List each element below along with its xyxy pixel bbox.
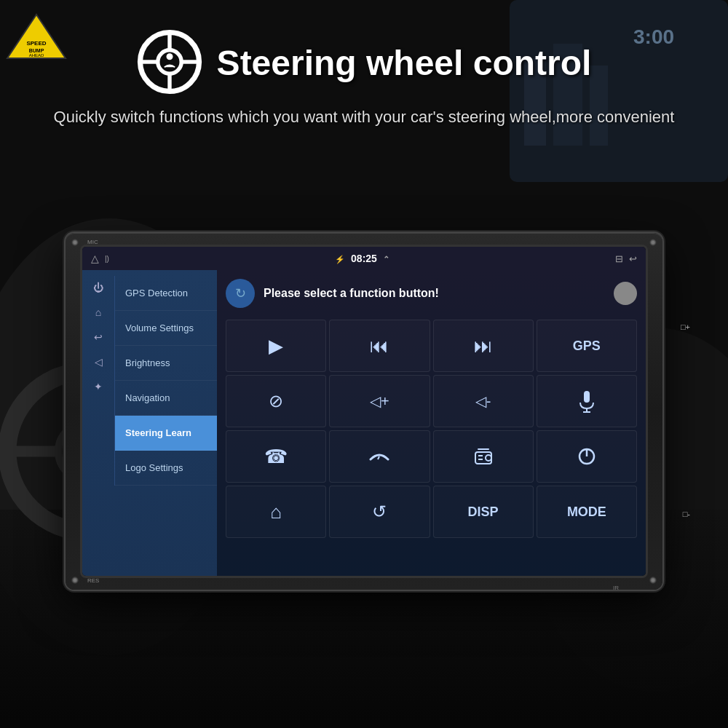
home-func-icon: ⌂ — [270, 501, 282, 523]
sidebar-menu: ⏻ ⌂ ↩ ◁ ✦ GPS Detection Volume Settings … — [82, 270, 217, 576]
header-subtitle: Quickly switch functions which you want … — [10, 105, 719, 143]
vol-up-icon: ◁+ — [370, 392, 389, 410]
sidebar-with-icons: ⏻ ⌂ ↩ ◁ ✦ GPS Detection Volume Settings … — [82, 276, 217, 486]
steering-wheel-icon — [137, 29, 202, 98]
header-content: Steering wheel control — [108, 15, 621, 105]
func-back[interactable]: ↺ — [329, 486, 430, 538]
screen-frame: △ |) ⚡ 08:25 ⌃ ⊟ ↩ — [80, 245, 648, 578]
func-gps[interactable]: GPS — [537, 320, 637, 372]
left-icon-bar: ⏻ ⌂ ↩ ◁ ✦ — [82, 276, 115, 486]
play-icon: ▶ — [269, 335, 283, 357]
call-end-icon — [368, 448, 391, 465]
mic-svg-icon — [577, 389, 597, 413]
expand-icon: ⌃ — [383, 255, 389, 264]
main-function-panel: ↻ Please select a function button! ▶ ⏮ — [217, 270, 646, 576]
function-grid: ▶ ⏮ ⏭ GPS ⊘ — [226, 320, 637, 538]
top-section: Steering wheel control Quickly switch fu… — [0, 0, 728, 143]
func-phone[interactable]: ☎ — [226, 430, 326, 483]
svg-point-31 — [486, 455, 491, 461]
window-icon: ⊟ — [615, 253, 623, 264]
status-time: ⚡ 08:25 ⌃ — [335, 253, 389, 264]
func-mode[interactable]: MODE — [537, 486, 637, 538]
menu-item-navigation[interactable]: Navigation — [115, 381, 217, 416]
title-block: Steering wheel control — [217, 44, 592, 83]
function-prompt-text: Please select a function button! — [264, 287, 605, 300]
volume-plus-label: □+ — [681, 323, 690, 331]
time-display: 08:25 — [351, 253, 377, 264]
refresh-button[interactable]: ↻ — [226, 279, 255, 308]
back-func-icon: ↺ — [372, 502, 387, 522]
home-icon[interactable]: ⌂ — [95, 306, 101, 318]
screw-top-right — [649, 239, 657, 246]
func-vol-up[interactable]: ◁+ — [329, 375, 430, 427]
func-call-end[interactable] — [329, 430, 430, 483]
func-play[interactable]: ▶ — [226, 320, 326, 372]
menu-item-brightness[interactable]: Brightness — [115, 346, 217, 381]
prev-icon: ⏮ — [370, 335, 389, 357]
screw-top-left — [71, 239, 79, 246]
menu-item-logo-settings[interactable]: Logo Settings — [115, 451, 217, 486]
func-disp[interactable]: DISP — [433, 486, 534, 538]
radio-icon — [472, 446, 494, 467]
phone-icon: ☎ — [264, 446, 288, 468]
power-btn-icon — [577, 446, 597, 467]
func-power[interactable] — [537, 430, 637, 483]
power-icon[interactable]: ⏻ — [93, 282, 103, 293]
screw-bottom-right — [649, 577, 657, 584]
back-icon: ↩ — [629, 253, 637, 264]
svg-rect-30 — [475, 452, 491, 464]
screw-bottom-left — [71, 577, 79, 584]
next-icon: ⏭ — [474, 335, 493, 357]
mute-icon: ⊘ — [269, 391, 283, 411]
disp-label: DISP — [468, 505, 499, 520]
ir-label: IR — [613, 585, 619, 591]
menu-item-steering-learn[interactable]: Steering Learn — [115, 416, 217, 451]
menu-items: GPS Detection Volume Settings Brightness… — [115, 276, 217, 486]
home-indicator: △ — [91, 253, 99, 264]
unit-casing: MIC RES IR □+ □- △ |) ⚡ 08:25 ⌃ — [66, 233, 662, 590]
gray-circle-indicator — [614, 282, 637, 305]
menu-item-volume-settings[interactable]: Volume Settings — [115, 311, 217, 346]
func-mic[interactable] — [537, 375, 637, 427]
main-title: Steering wheel control — [217, 44, 592, 83]
svg-rect-26 — [584, 391, 590, 403]
status-right: ⊟ ↩ — [615, 253, 637, 264]
vol-down-icon: ◁- — [475, 392, 491, 410]
func-prev[interactable]: ⏮ — [329, 320, 430, 372]
func-next[interactable]: ⏭ — [433, 320, 534, 372]
back-btn-icon[interactable]: ↩ — [94, 331, 103, 343]
func-mute[interactable]: ⊘ — [226, 375, 326, 427]
gps-label: GPS — [573, 339, 601, 354]
func-vol-down[interactable]: ◁- — [433, 375, 534, 427]
back-arrow-icon[interactable]: ◁ — [95, 356, 103, 368]
volume-minus-label: □- — [683, 510, 690, 518]
mic-indicator: |) — [105, 255, 109, 263]
status-left: △ |) — [91, 253, 109, 264]
status-bar: △ |) ⚡ 08:25 ⌃ ⊟ ↩ — [82, 247, 646, 270]
screen-content: ⏻ ⌂ ↩ ◁ ✦ GPS Detection Volume Settings … — [82, 270, 646, 576]
mode-label: MODE — [567, 505, 606, 520]
bluetooth-icon[interactable]: ✦ — [94, 381, 103, 392]
car-unit-wrapper: MIC RES IR □+ □- △ |) ⚡ 08:25 ⌃ — [66, 233, 662, 590]
res-label: RES — [87, 577, 99, 584]
func-home[interactable]: ⌂ — [226, 486, 326, 538]
menu-item-gps-detection[interactable]: GPS Detection — [115, 276, 217, 311]
func-radio[interactable] — [433, 430, 534, 483]
svg-point-25 — [166, 53, 173, 60]
function-header: ↻ Please select a function button! — [226, 279, 637, 308]
svg-line-29 — [378, 456, 379, 459]
